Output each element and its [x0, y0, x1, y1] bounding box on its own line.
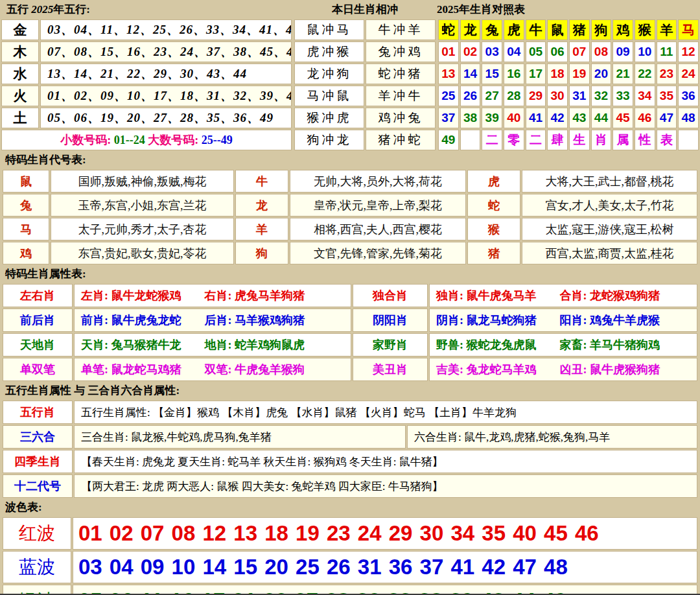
zodiac-header-cell: 龙 [460, 19, 481, 40]
zodiac-number-cell: 40 [504, 108, 524, 128]
zodiac-attributes-table: 左右肖左肖: 鼠牛龙蛇猴鸡 右肖: 虎兔马羊狗猪独合肖独肖: 鼠牛虎兔马羊 合肖… [1, 283, 699, 382]
zodiac-number-cell: 20 [591, 64, 612, 84]
code-animal-cell: 兔 [3, 194, 49, 216]
element-numbers: 01、02、09、10、17、18、31、32、39、40、47、48 [40, 86, 292, 106]
zodiac-number-cell: 属 [612, 130, 633, 150]
zodiac-number-cell: 36 [678, 86, 699, 106]
zodiac-empty-cell [460, 130, 481, 150]
attr-content-cell: 单笔: 鼠龙蛇马鸡猪 双笔: 牛虎兔羊猴狗 [74, 358, 351, 381]
code-animal-cell: 羊 [235, 218, 288, 240]
conflict-cell: 马冲鼠 [294, 86, 364, 106]
top-tables-row: 金03、04、11、12、25、26、33、34、41、42木07、08、15、… [0, 18, 700, 152]
zodiac-number-cell: 35 [657, 86, 677, 106]
zodiac-number-cell: 46 [635, 108, 655, 128]
top-title-bar: 五行 2025年五行: 本日生肖相冲 2025年生肖对照表 [0, 0, 700, 18]
zodiac-number-cell: 07 [569, 41, 590, 62]
attr-label-cell: 独合肖 [353, 284, 428, 307]
zodiac-header-cell: 虎 [504, 19, 524, 40]
footer-segment: 小数号码: [60, 134, 114, 146]
zodiac-number-cell: 37 [438, 108, 459, 128]
zodiac-header-cell: 马 [678, 19, 699, 40]
zodiac-header-cell: 猴 [635, 19, 655, 40]
code-names-cell: 东宫,贵妃,歌女,贵妃,苓花 [51, 242, 234, 264]
zodiac-number-cell: 21 [612, 64, 633, 84]
zodiac-number-cell: 30 [547, 86, 568, 106]
zodiac-number-cell: 13 [438, 64, 459, 84]
code-names-cell: 国师,叛贼,神偷,叛贼,梅花 [51, 170, 234, 192]
zodiac-codes-table: 鼠国师,叛贼,神偷,叛贼,梅花牛无帅,大将,员外,大将,荷花虎大将,大王,武士,… [1, 169, 699, 266]
combos-table: 五行肖五行生肖属性: 【金肖】猴鸡 【木肖】虎兔 【水肖】鼠猪 【火肖】蛇马 【… [1, 399, 699, 499]
code-animal-cell: 鸡 [3, 242, 49, 264]
zodiac-number-cell: 29 [526, 86, 546, 106]
zodiac-number-cell: 23 [657, 64, 677, 84]
combo-content-cell: 五行生肖属性: 【金肖】猴鸡 【木肖】虎兔 【水肖】鼠猪 【火肖】蛇马 【土肖】… [74, 401, 697, 424]
code-names-cell: 无帅,大将,员外,大将,荷花 [290, 170, 466, 192]
attr-content-cell: 野兽: 猴蛇龙兔虎鼠 家畜: 羊马牛猪狗鸡 [429, 333, 697, 356]
attr-label-cell: 天地肖 [3, 333, 73, 356]
combo-label-cell: 三六合 [3, 425, 73, 449]
code-names-cell: 太监,寇王,游侠,寇王,松树 [522, 218, 697, 240]
code-names-cell: 相将,西宫,夫人,西宫,樱花 [290, 218, 466, 240]
wave-numbers-cell: 03 04 09 10 14 15 20 25 26 31 36 37 41 4… [73, 551, 697, 583]
zodiac-number-cell: 10 [635, 41, 655, 62]
combos-section-title: 五行生肖属性 与 三合肖六合肖属性: [0, 382, 700, 399]
wave-label-cell: 绿波 [3, 585, 71, 595]
code-names-cell: 文官,先锋,管家,先锋,菊花 [290, 242, 466, 264]
code-animal-cell: 猪 [467, 242, 520, 264]
attr-label-cell: 左右肖 [3, 284, 73, 307]
zodiac-table-title: 2025年生肖对照表 [437, 2, 700, 17]
five-elements-title-year: 2025 [31, 3, 53, 16]
attr-content-cell: 天肖: 兔马猴猪牛龙 地肖: 蛇羊鸡狗鼠虎 [74, 333, 351, 356]
zodiac-number-cell: 05 [526, 41, 546, 62]
code-names-cell: 西宫,太监,商贾,太监,桂花 [522, 242, 697, 264]
zodiac-number-cell: 08 [591, 41, 612, 62]
zodiac-number-cell: 49 [438, 130, 459, 150]
code-names-cell: 大将,大王,武士,都督,桃花 [522, 170, 697, 192]
zodiac-number-cell: 28 [504, 86, 524, 106]
zodiac-number-cell: 零 [504, 130, 524, 150]
zodiac-number-cell: 31 [569, 86, 590, 106]
zodiac-number-cell: 32 [591, 86, 612, 106]
zodiac-number-cell: 41 [526, 108, 546, 128]
zodiac-number-cell: 11 [657, 41, 677, 62]
code-animal-cell: 猴 [467, 218, 520, 240]
small-big-number-footer: 小数号码: 01--24 大数号码: 25--49 [1, 130, 292, 150]
zodiac-number-cell: 二 [526, 130, 546, 150]
attr-content-cell: 阴肖: 鼠龙马蛇狗猪 阳肖: 鸡兔牛羊虎猴 [429, 309, 697, 332]
conflict-cell: 龙冲狗 [294, 64, 364, 84]
conflict-cell: 兔冲鸡 [366, 41, 436, 62]
zodiac-number-cell: 38 [460, 108, 481, 128]
conflict-cell: 鸡冲兔 [366, 108, 436, 128]
combo-content-cell: 【春天生肖: 虎兔龙 夏天生肖: 蛇马羊 秋天生肖: 猴狗鸡 冬天生肖: 鼠牛猪… [74, 450, 697, 473]
zodiac-header-cell: 羊 [657, 19, 677, 40]
code-names-cell: 宫女,才人,美女,太子,竹花 [522, 194, 697, 216]
attributes-section-title: 特码生肖属性表: [0, 266, 700, 283]
zodiac-header-cell: 鸡 [612, 19, 633, 40]
zodiac-number-cell: 12 [678, 41, 699, 62]
attr-content-cell: 吉美: 兔龙蛇马羊鸡 凶丑: 鼠牛虎猴狗猪 [429, 358, 697, 381]
five-elements-title-prefix: 五行 [6, 3, 31, 16]
code-animal-cell: 龙 [235, 194, 288, 216]
zodiac-number-cell: 45 [612, 108, 633, 128]
conflict-cell: 虎冲猴 [294, 41, 364, 62]
element-numbers: 05、06、19、20、27、28、35、36、49 [40, 108, 292, 128]
zodiac-header-cell: 兔 [482, 19, 502, 40]
combo-content-cell: 三合生肖: 鼠龙猴,牛蛇鸡,虎马狗,兔羊猪 [74, 425, 406, 449]
zodiac-number-cell: 16 [504, 64, 524, 84]
code-animal-cell: 虎 [467, 170, 520, 192]
element-label: 火 [1, 86, 39, 106]
footer-segment: 大数号码: [148, 134, 202, 146]
zodiac-number-cell: 04 [504, 41, 524, 62]
attr-label-cell: 单双笔 [3, 358, 73, 381]
conflict-cell: 牛冲羊 [366, 19, 436, 40]
element-label: 水 [1, 64, 39, 84]
code-animal-cell: 蛇 [467, 194, 520, 216]
conflict-table: 鼠冲马牛冲羊虎冲猴兔冲鸡龙冲狗蛇冲猪马冲鼠羊冲牛猴冲虎鸡冲兔狗冲龙猪冲蛇 [293, 18, 437, 152]
zodiac-reference-page: { "colors": { "page_bg": "#d5c8a4", "cre… [0, 0, 700, 595]
conflict-cell: 羊冲牛 [366, 86, 436, 106]
combo-label-cell: 四季生肖 [3, 450, 73, 473]
attr-content-cell: 独肖: 鼠牛虎兔马羊 合肖: 龙蛇猴鸡狗猪 [429, 284, 697, 307]
five-elements-table: 金03、04、11、12、25、26、33、34、41、42木07、08、15、… [0, 18, 293, 152]
attr-label-cell: 阴阳肖 [353, 309, 428, 332]
code-animal-cell: 牛 [235, 170, 288, 192]
